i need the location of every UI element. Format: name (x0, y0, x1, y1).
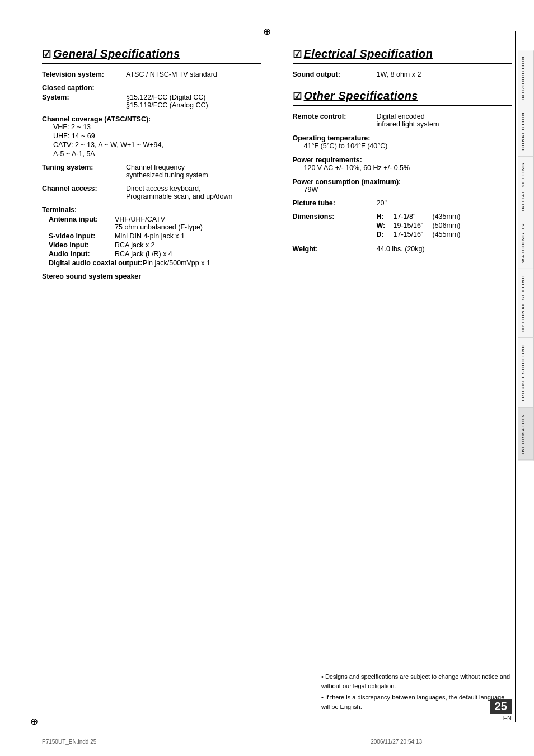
sidebar-tab-introduction[interactable]: INTRODUCTION (518, 50, 534, 106)
channel-catv2: A-5 ~ A-1, 5A (53, 150, 261, 158)
channel-vhf: VHF: 2 ~ 13 (53, 123, 261, 131)
svideo-value: Mini DIN 4-pin jack x 1 (115, 232, 185, 240)
general-specs-checkbox-icon: ☑ (42, 48, 51, 60)
dim-w-imperial: 19-15/16" (394, 222, 433, 229)
right-specs-column: ☑ Electrical Specification Sound output:… (287, 48, 512, 280)
channel-coverage-label: Channel coverage (ATSC/NTSC): (42, 115, 151, 123)
electrical-specs-checkbox-icon: ☑ (293, 48, 302, 60)
electrical-specs-title: Electrical Specification (304, 48, 433, 60)
sidebar-tab-connection[interactable]: CONNECTION (518, 106, 534, 157)
dim-h-metric: (435mm) (433, 213, 461, 220)
power-req-label: Power requirements: (293, 156, 362, 164)
dimensions-label: Dimensions: (293, 213, 377, 220)
tuning-value-2: synthesized tuning system (126, 171, 208, 179)
page: ⊕ ⊕ INTRODUCTION CONNECTION INITIAL SETT… (0, 0, 534, 756)
dim-w-row: W: 19-15/16" (506mm) (377, 222, 461, 229)
power-req-value: 120 V AC +/- 10%, 60 Hz +/- 0.5% (293, 164, 512, 172)
dim-d-row: D: 17-15/16" (455mm) (377, 231, 461, 238)
weight-row: Weight: 44.0 lbs. (20kg) (293, 245, 512, 253)
left-border-line (34, 31, 34, 722)
footer-note-1: • Designs and specifications are subject… (321, 672, 512, 691)
page-locale: EN (503, 715, 512, 721)
right-border-line (515, 31, 516, 722)
sound-output-row: Sound output: 1W, 8 ohm x 2 (293, 71, 512, 78)
picture-tube-row: Picture tube: 20" (293, 199, 512, 207)
page-number-block: 25 EN (490, 699, 512, 721)
audio-input-row: Audio input: RCA jack (L/R) x 4 (42, 250, 261, 258)
channel-coverage-block: Channel coverage (ATSC/NTSC): VHF: 2 ~ 1… (42, 115, 261, 158)
tv-system-label: Television system: (42, 71, 126, 78)
file-date: 2006/11/27 20:54:13 (371, 739, 422, 745)
terminals-block: Terminals: Antenna input: VHF/UHF/CATV 7… (42, 206, 261, 267)
bottom-left-crosshair-icon: ⊕ (29, 716, 39, 727)
sidebar-tab-troubleshooting[interactable]: TROUBLESHOOTING (518, 338, 534, 408)
channel-catv: CATV: 2 ~ 13, A ~ W, W+1 ~ W+94, (53, 141, 261, 149)
remote-value-2: infrared light system (377, 120, 439, 128)
channel-access-label: Channel access: (42, 185, 126, 200)
weight-value: 44.0 lbs. (20kg) (377, 245, 512, 253)
operating-temp-value: 41°F (5°C) to 104°F (40°C) (293, 142, 512, 150)
remote-control-label: Remote control: (293, 112, 377, 128)
weight-label: Weight: (293, 245, 377, 253)
dim-h-label: H: (377, 213, 394, 220)
dim-w-label: W: (377, 222, 394, 229)
dim-d-metric: (455mm) (433, 231, 461, 238)
other-specs-checkbox-icon: ☑ (293, 90, 302, 102)
cc-value-1: §15.122/FCC (Digital CC) (126, 93, 208, 101)
dim-h-row: H: 17-1/8" (435mm) (377, 213, 461, 220)
remote-value-1: Digital encoded (377, 112, 439, 120)
terminals-label: Terminals: (42, 206, 261, 214)
electrical-specs-header: ☑ Electrical Specification (293, 48, 512, 64)
antenna-input-row: Antenna input: VHF/UHF/CATV 75 ohm unbal… (42, 215, 261, 231)
dimensions-values: H: 17-1/8" (435mm) W: 19-15/16" (506mm) … (377, 213, 461, 240)
main-content: ☑ General Specifications Television syst… (42, 48, 512, 717)
operating-temp-label: Operating temperature: (293, 134, 371, 142)
bottom-border-line (34, 722, 500, 722)
page-number: 25 (490, 699, 512, 714)
dim-w-metric: (506mm) (433, 222, 461, 229)
sound-output-label: Sound output: (293, 71, 377, 78)
channel-access-row: Channel access: Direct access keyboard, … (42, 185, 261, 200)
digital-audio-row: Digital audio coaxial output: Pin jack/5… (42, 259, 261, 267)
video-input-value: RCA jack x 2 (115, 241, 155, 249)
svideo-label: S-video input: (42, 232, 115, 240)
dim-h-imperial: 17-1/8" (394, 213, 433, 220)
antenna-input-label: Antenna input: (42, 215, 115, 231)
bottom-file-info: P7150UT_EN.indd 25 2006/11/27 20:54:13 (42, 739, 422, 745)
operating-temp-block: Operating temperature: 41°F (5°C) to 104… (293, 134, 512, 150)
cc-system-label: System: (42, 93, 126, 109)
dimensions-row: Dimensions: H: 17-1/8" (435mm) W: 19-15/… (293, 213, 512, 240)
power-req-block: Power requirements: 120 V AC +/- 10%, 60… (293, 156, 512, 172)
file-name: P7150UT_EN.indd 25 (42, 739, 96, 745)
tv-system-row: Television system: ATSC / NTSC-M TV stan… (42, 71, 261, 78)
digital-audio-value: Pin jack/500mVpp x 1 (143, 259, 210, 267)
sidebar-tab-information[interactable]: INFORMATION (518, 408, 534, 460)
footer-notes: • Designs and specifications are subject… (321, 672, 512, 711)
sound-output-value: 1W, 8 ohm x 2 (377, 71, 512, 78)
other-specs-title: Other Specifications (304, 90, 419, 102)
dim-d-imperial: 17-15/16" (394, 231, 433, 238)
channel-access-value-1: Direct access keyboard, (126, 185, 232, 192)
power-consumption-block: Power consumption (maximum): 79W (293, 177, 512, 194)
top-crosshair-icon: ⊕ (261, 26, 273, 37)
digital-audio-label: Digital audio coaxial output: (42, 259, 143, 267)
general-specs-title: General Specifications (53, 48, 180, 60)
footer-note-2: • If there is a discrepancy between lang… (321, 693, 512, 711)
antenna-value-2: 75 ohm unbalanced (F-type) (115, 223, 203, 231)
tuning-system-row: Tuning system: Channel frequency synthes… (42, 163, 261, 179)
sidebar-tab-optional-setting[interactable]: OPTIONAL SETTING (518, 269, 534, 338)
general-specs-column: ☑ General Specifications Television syst… (42, 48, 270, 280)
tv-system-value: ATSC / NTSC-M TV standard (126, 71, 261, 78)
cc-value-2: §15.119/FCC (Analog CC) (126, 101, 208, 109)
channel-access-value-2: Programmable scan, and up/down (126, 192, 232, 200)
other-specs-header: ☑ Other Specifications (293, 90, 512, 106)
remote-control-row: Remote control: Digital encoded infrared… (293, 112, 512, 128)
picture-tube-label: Picture tube: (293, 199, 377, 207)
picture-tube-value: 20" (377, 199, 512, 207)
sidebar-tab-initial-setting[interactable]: INITIAL SETTING (518, 157, 534, 217)
power-consumption-label: Power consumption (maximum): (293, 178, 401, 186)
dim-d-label: D: (377, 231, 394, 238)
tuning-system-label: Tuning system: (42, 163, 126, 179)
sidebar-tab-watching-tv[interactable]: WATCHING TV (518, 217, 534, 269)
audio-input-value: RCA jack (L/R) x 4 (115, 250, 172, 258)
